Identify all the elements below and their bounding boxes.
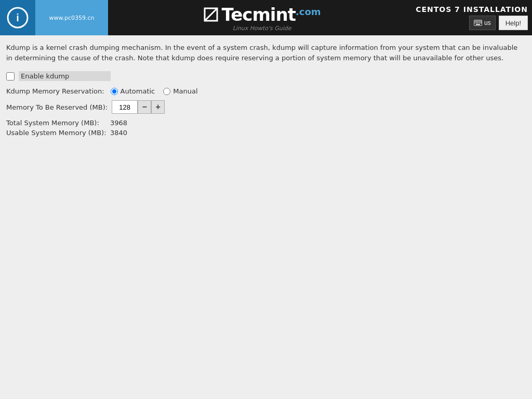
main-content: Kdump is a kernel crash dumping mechanis…: [0, 35, 532, 399]
svg-rect-12: [476, 22, 477, 23]
svg-rect-10: [481, 21, 482, 22]
memory-input[interactable]: [112, 100, 138, 114]
svg-rect-13: [477, 22, 478, 23]
svg-rect-15: [480, 22, 481, 23]
keyboard-lang-button[interactable]: us: [469, 16, 496, 30]
enable-kdump-checkbox[interactable]: [6, 72, 15, 81]
help-button[interactable]: Help!: [499, 16, 528, 30]
increment-button[interactable]: +: [151, 100, 165, 114]
svg-rect-8: [478, 21, 480, 22]
svg-rect-7: [477, 21, 478, 22]
total-memory-label: Total System Memory (MB):: [6, 119, 110, 127]
automatic-radio[interactable]: [111, 88, 118, 95]
header: i www.pc0359.cn Tecmint .com Linux Howto…: [0, 0, 532, 35]
manual-label: Manual: [173, 87, 197, 95]
reservation-row: Kdump Memory Reservation: Automatic Manu…: [6, 87, 526, 95]
enable-kdump-label[interactable]: Enable kdump: [19, 71, 111, 81]
description-text: Kdump is a kernel crash dumping mechanis…: [6, 43, 526, 63]
tecmint-dot: .com: [296, 6, 321, 17]
reservation-label: Kdump Memory Reservation:: [6, 87, 104, 95]
logo-banner-text: www.pc0359.cn: [49, 15, 94, 21]
svg-rect-5: [475, 21, 476, 22]
svg-rect-6: [476, 21, 477, 22]
svg-rect-17: [476, 24, 480, 25]
header-right: CENTOS 7 INSTALLATION: [416, 5, 532, 30]
svg-rect-16: [481, 22, 482, 23]
keyboard-lang-label: us: [484, 19, 491, 26]
usable-memory-row: Usable System Memory (MB): 3840: [6, 129, 526, 137]
svg-rect-9: [480, 21, 481, 22]
svg-line-3: [205, 8, 217, 21]
svg-rect-14: [478, 22, 480, 23]
decrement-button[interactable]: −: [138, 100, 151, 114]
enable-kdump-row: Enable kdump: [6, 71, 526, 81]
tecmint-title-text: Tecmint: [222, 4, 296, 25]
header-logo: i www.pc0359.cn: [0, 0, 108, 35]
memory-input-group: − +: [112, 100, 165, 114]
manual-radio[interactable]: [163, 88, 170, 95]
memory-reserved-label: Memory To Be Reserved (MB):: [6, 103, 108, 111]
header-controls: us Help!: [469, 16, 528, 30]
manual-option[interactable]: Manual: [163, 87, 197, 95]
automatic-option[interactable]: Automatic: [111, 87, 155, 95]
tecmint-logo-line: Tecmint .com: [203, 4, 321, 25]
tecmint-subtitle: Linux Howto's Guide: [233, 25, 291, 32]
svg-text:i: i: [16, 12, 19, 23]
tecmint-logo: Tecmint .com Linux Howto's Guide: [203, 4, 321, 32]
total-memory-row: Total System Memory (MB): 3968: [6, 119, 526, 127]
centos-title: CENTOS 7 INSTALLATION: [416, 5, 528, 14]
logo-icon: i: [0, 0, 35, 35]
usable-memory-label: Usable System Memory (MB):: [6, 129, 110, 137]
header-center: Tecmint .com Linux Howto's Guide: [108, 4, 416, 32]
total-memory-value: 3968: [110, 119, 127, 127]
memory-row: Memory To Be Reserved (MB): − +: [6, 100, 526, 114]
automatic-label: Automatic: [121, 87, 155, 95]
keyboard-icon: [474, 20, 482, 26]
radio-group: Automatic Manual: [111, 87, 198, 95]
svg-rect-11: [475, 22, 476, 23]
logo-banner: www.pc0359.cn: [35, 0, 108, 35]
usable-memory-value: 3840: [110, 129, 127, 137]
